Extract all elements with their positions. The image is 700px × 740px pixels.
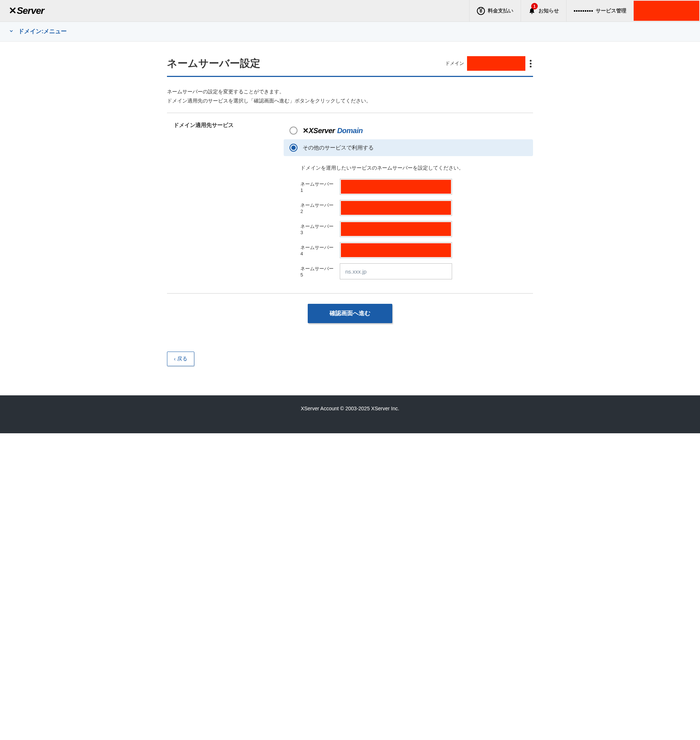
radio-option-other-label: その他のサービスで利用する: [303, 144, 374, 152]
nameserver-3-input[interactable]: [340, 221, 452, 237]
nameserver-2-label: ネームサーバー2: [300, 202, 335, 214]
account-area-redacted[interactable]: [634, 1, 699, 21]
back-button[interactable]: ‹ 戻る: [167, 352, 194, 366]
logo-text: Server: [17, 5, 44, 16]
nameserver-row-4: ネームサーバー4: [300, 242, 516, 258]
page-title: ネームサーバー設定: [167, 56, 260, 71]
notice-badge: 1: [531, 3, 538, 9]
logo[interactable]: ✕Server: [0, 0, 469, 22]
nameserver-5-label: ネームサーバー5: [300, 265, 335, 278]
nameserver-hint: ドメインを運用したいサービスのネームサーバーを設定してください。: [300, 165, 516, 171]
xserver-domain-logo: ✕XServerDomain: [303, 126, 363, 135]
kebab-menu-icon[interactable]: [528, 60, 533, 68]
radio-icon: [290, 127, 297, 135]
back-label: 戻る: [177, 356, 187, 362]
nameserver-4-input[interactable]: [340, 242, 452, 258]
nameserver-row-5: ネームサーバー5: [300, 263, 516, 280]
domain-label: ドメイン: [445, 60, 464, 67]
radio-icon: [290, 144, 297, 152]
nameserver-1-label: ネームサーバー1: [300, 181, 335, 193]
back-area: ‹ 戻る: [167, 333, 533, 395]
nameserver-5-input[interactable]: [340, 263, 452, 280]
action-bar: 確認画面へ進む: [167, 294, 533, 333]
page-description: ネームサーバーの設定を変更することができます。 ドメイン適用先のサービスを選択し…: [167, 77, 533, 113]
nav-payment[interactable]: ¥ 料金支払い: [469, 0, 521, 22]
nav-payment-label: 料金支払い: [488, 8, 513, 14]
chevron-left-icon: ‹: [174, 356, 176, 362]
desc-line2: ドメイン適用先のサービスを選択し「確認画面へ進む」ボタンをクリックしてください。: [167, 96, 533, 105]
domain-name-redacted: [467, 56, 525, 71]
nav-notice-label: お知らせ: [538, 8, 559, 14]
service-selection-section: ドメイン適用先サービス ✕XServerDomain その他のサービスで利用する…: [167, 113, 533, 294]
nav-service-label: サービス管理: [596, 8, 626, 14]
page-header: ネームサーバー設定 ドメイン: [167, 41, 533, 77]
breadcrumb-menu[interactable]: ドメイン:メニュー: [0, 22, 700, 41]
nameserver-2-input[interactable]: [340, 200, 452, 216]
footer: XServer Account © 2003-2025 XServer Inc.: [0, 395, 700, 433]
nameserver-row-2: ネームサーバー2: [300, 200, 516, 216]
desc-line1: ネームサーバーの設定を変更することができます。: [167, 87, 533, 96]
section-label: ドメイン適用先サービス: [167, 122, 276, 284]
yen-icon: ¥: [477, 7, 485, 15]
confirm-button[interactable]: 確認画面へ進む: [308, 304, 392, 323]
nameserver-3-label: ネームサーバー3: [300, 223, 335, 235]
grid-icon: [574, 10, 593, 12]
nameserver-area: ドメインを運用したいサービスのネームサーバーを設定してください。 ネームサーバー…: [284, 160, 533, 280]
radio-option-other[interactable]: その他のサービスで利用する: [284, 139, 533, 156]
nameserver-row-1: ネームサーバー1: [300, 179, 516, 195]
nameserver-row-3: ネームサーバー3: [300, 221, 516, 237]
footer-copyright: XServer Account © 2003-2025 XServer Inc.: [301, 406, 399, 411]
global-header: ✕Server ¥ 料金支払い 1 お知らせ サービス管理: [0, 0, 700, 22]
nameserver-1-input[interactable]: [340, 179, 452, 195]
nameserver-4-label: ネームサーバー4: [300, 244, 335, 256]
nav-service[interactable]: サービス管理: [566, 0, 634, 22]
breadcrumb-label: ドメイン:メニュー: [18, 28, 67, 35]
radio-option-xserver-domain[interactable]: ✕XServerDomain: [284, 122, 533, 139]
nav-notice[interactable]: 1 お知らせ: [521, 0, 566, 22]
domain-selector: ドメイン: [445, 56, 533, 71]
chevron-down-icon: [9, 28, 14, 35]
